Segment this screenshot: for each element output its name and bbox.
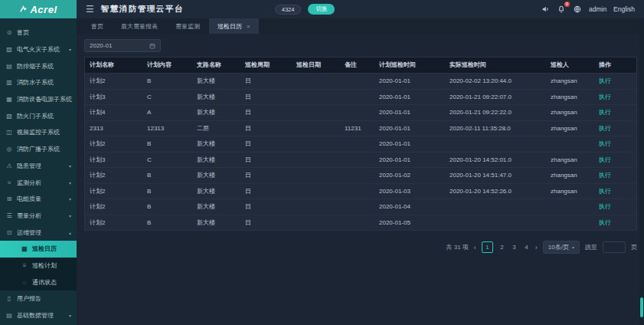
notification-count-badge: 0 xyxy=(564,2,570,7)
sidebar-item[interactable]: ▧ 防火门子系统 xyxy=(0,107,77,124)
execute-link[interactable]: 执行 xyxy=(599,94,611,100)
acrel-logo: Acrel xyxy=(0,0,77,18)
sidebar-item-label: 消防广播子系统 xyxy=(17,145,60,153)
sidebar-item[interactable]: ⊙ 首页 xyxy=(0,25,77,41)
month-picker[interactable] xyxy=(84,39,161,52)
cell-planned-time: 2020-01-01 xyxy=(374,121,445,136)
scrollbar-track[interactable] xyxy=(639,18,644,325)
table-row[interactable]: 计划4 A 新大楼 日 2020-01-01 2020-01-21 09:22:… xyxy=(85,105,636,121)
sidebar-item-label: 消防水子系统 xyxy=(17,78,54,87)
language-toggle[interactable]: English xyxy=(613,5,635,13)
menu-collapse-icon[interactable]: ☰ xyxy=(86,4,94,15)
tab[interactable]: 巡检日历 × xyxy=(209,18,259,34)
execute-link[interactable]: 执行 xyxy=(599,203,611,210)
sidebar-item[interactable]: ☰ 需量分析 ▾ xyxy=(0,208,77,225)
cell-plan-content: B xyxy=(142,215,192,231)
user-name[interactable]: admin xyxy=(589,5,606,13)
sidebar-item[interactable]: ◌ 通讯状态 xyxy=(0,274,77,291)
cell-branch-name: 新大楼 xyxy=(192,184,240,199)
tab[interactable]: 首页 xyxy=(83,18,112,34)
execute-link[interactable]: 执行 xyxy=(599,188,611,195)
cell-cycle: 日 xyxy=(240,184,292,199)
cell-note xyxy=(340,184,374,199)
sidebar-item[interactable]: ▤ 防排烟子系统 xyxy=(0,57,77,74)
scrollbar-thumb[interactable] xyxy=(640,297,643,317)
cell-note xyxy=(340,105,374,120)
page-number[interactable]: 4 xyxy=(523,244,530,251)
sidebar-item-label: 隐患管理 xyxy=(17,162,41,170)
page-numbers: 1 2 3 4 xyxy=(482,241,530,253)
sidebar-item[interactable]: ⊡ 运维管理 ▴ xyxy=(0,224,77,241)
cell-inspect-date xyxy=(292,121,340,136)
count-badge: 4324 xyxy=(275,5,302,15)
tab[interactable]: 最大需量报表 xyxy=(113,18,166,34)
sidebar-item[interactable]: ◫ 视频监控子系统 xyxy=(0,124,77,141)
execute-link[interactable]: 执行 xyxy=(599,140,611,147)
cell-plan-name: 计划2 xyxy=(85,136,142,152)
table-header-cell: 计划巡检时间 xyxy=(374,57,445,73)
table-row[interactable]: 计划2 B 新大楼 日 2020-01-03 2020-01-20 14:52:… xyxy=(85,184,636,200)
sound-icon[interactable] xyxy=(541,5,550,14)
table-header-cell: 实际巡检时间 xyxy=(445,57,546,73)
sidebar-item[interactable]: ≡ 巡检计划 xyxy=(0,258,77,274)
switch-button[interactable]: 切换 xyxy=(308,4,335,15)
execute-link[interactable]: 执行 xyxy=(599,156,611,163)
sidebar-item[interactable]: ≈ 监测分析 ▾ xyxy=(0,174,77,191)
jump-page-input[interactable] xyxy=(603,241,626,253)
table-row[interactable]: 2313 12313 二层 日 11231 2020-01-01 2020-02… xyxy=(85,121,636,137)
sidebar-item[interactable]: ⚠ 隐患管理 ▾ xyxy=(0,158,77,175)
cell-actual-time: 2020-01-20 14:52:26.0 xyxy=(445,184,546,199)
cell-cycle: 日 xyxy=(240,121,292,136)
page-number[interactable]: 2 xyxy=(499,244,505,251)
table-row[interactable]: 计划2 B 新大楼 日 2020-01-01 执行 xyxy=(85,136,636,153)
table-header-cell: 计划名称 xyxy=(85,57,142,73)
next-page-icon[interactable]: › xyxy=(535,244,538,251)
cell-planned-time: 2020-01-01 xyxy=(374,105,445,120)
sidebar-item-label: 需量分析 xyxy=(17,212,41,220)
cell-branch-name: 新大楼 xyxy=(192,136,240,152)
execute-link[interactable]: 执行 xyxy=(599,172,611,179)
sidebar-item-label: 巡检计划 xyxy=(32,261,57,270)
cell-inspector: zhangsan xyxy=(546,90,594,105)
page-number[interactable]: 3 xyxy=(511,244,518,251)
notification-bell-icon[interactable]: 0 xyxy=(557,5,566,14)
sidebar-item[interactable]: ▦ 消防设备电源子系统 xyxy=(0,91,77,108)
table-row[interactable]: 计划3 C 新大楼 日 2020-01-01 2020-01-20 14:52:… xyxy=(85,153,636,169)
globe-icon[interactable] xyxy=(573,5,582,14)
prev-page-icon[interactable]: ‹ xyxy=(474,244,476,251)
table-row[interactable]: 计划2 B 新大楼 日 2020-01-01 2020-02-02 13:20:… xyxy=(85,74,636,90)
table-row[interactable]: 计划2 B 新大楼 日 2020-01-05 执行 xyxy=(85,215,636,231)
cell-inspector: zhangsan xyxy=(546,184,594,199)
cell-plan-content: B xyxy=(142,168,192,183)
table-header-cell: 支路名称 xyxy=(192,57,240,73)
tab[interactable]: 需量监测 xyxy=(167,18,208,34)
sidebar-item[interactable]: ▨ 电气火灾子系统 ▾ xyxy=(0,41,77,58)
sidebar-item-label: 防排烟子系统 xyxy=(17,62,54,71)
table-row[interactable]: 计划2 B 新大楼 日 2020-01-04 执行 xyxy=(85,199,636,215)
page-size-select[interactable]: 10条/页 ▾ xyxy=(543,241,580,254)
cell-note xyxy=(340,90,374,105)
sidebar-item[interactable]: ▤ 基础数据管理 ▾ xyxy=(0,307,77,324)
execute-link[interactable]: 执行 xyxy=(599,219,611,226)
month-picker-input[interactable] xyxy=(90,42,149,49)
table-row[interactable]: 计划2 B 新大楼 日 2020-01-02 2020-01-20 14:51:… xyxy=(85,168,636,184)
cell-actual-time: 2020-01-20 14:52:01.0 xyxy=(445,153,546,168)
execute-link[interactable]: 执行 xyxy=(599,109,611,116)
tab-close-icon[interactable]: × xyxy=(247,23,250,30)
cell-plan-content: B xyxy=(142,199,192,215)
sidebar-item[interactable]: ⊞ 电能质量 ▾ xyxy=(0,191,77,208)
cell-cycle: 日 xyxy=(240,215,292,231)
page-number[interactable]: 1 xyxy=(482,241,493,253)
execute-link[interactable]: 执行 xyxy=(599,77,611,84)
cell-branch-name: 新大楼 xyxy=(192,105,240,120)
sidebar-item[interactable]: ▥ 消防水子系统 xyxy=(0,74,77,91)
sidebar-item[interactable]: ◎ 消防广播子系统 xyxy=(0,141,77,158)
sidebar-item-label: 监测分析 xyxy=(17,179,41,187)
main-area: 首页 最大需量报表 需量监测 巡检日历 xyxy=(77,18,644,325)
table-header-cell: 巡检周期 xyxy=(240,57,292,73)
sidebar-item[interactable]: ▯ 用户报告 xyxy=(0,291,77,307)
sidebar-item[interactable]: ▦ 巡检日历 xyxy=(0,241,77,258)
execute-link[interactable]: 执行 xyxy=(599,125,611,132)
table-row[interactable]: 计划3 C 新大楼 日 2020-01-01 2020-01-21 09:22:… xyxy=(85,90,636,106)
table-header-row: 计划名称 计划内容 支路名称 巡检周期 巡检日期 备注 计划巡检时间 xyxy=(85,57,636,74)
